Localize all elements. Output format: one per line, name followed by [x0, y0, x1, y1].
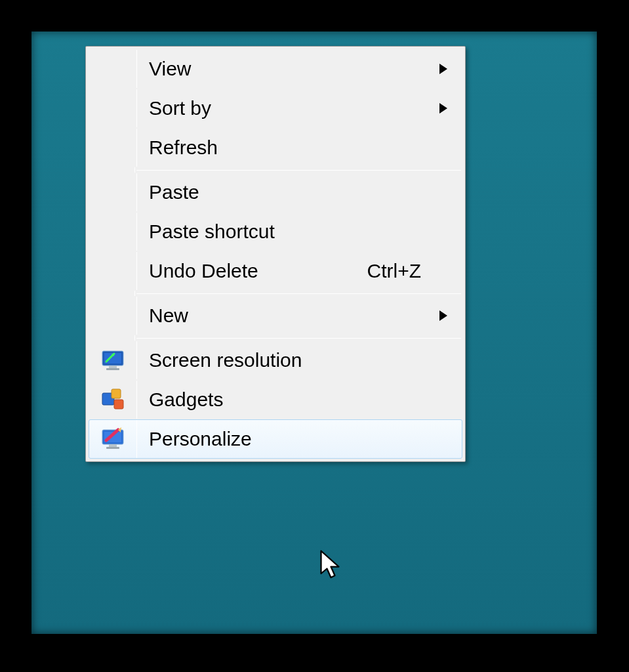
- menu-item-label: View: [137, 58, 439, 80]
- svg-rect-15: [106, 447, 119, 449]
- menu-item-label: Sort by: [137, 97, 439, 119]
- menu-item-label: Paste shortcut: [137, 220, 439, 243]
- menu-item-shortcut: Ctrl+Z: [367, 260, 440, 282]
- submenu-arrow-icon: [439, 103, 462, 114]
- menu-item-label: Gadgets: [137, 388, 439, 411]
- menu-item-label: Paste: [137, 181, 439, 203]
- menu-item-label: Refresh: [137, 136, 439, 159]
- menu-item-sort-by[interactable]: Sort by: [89, 89, 462, 128]
- menu-item-screen-resolution[interactable]: Screen resolution: [89, 341, 462, 380]
- menu-item-label: Undo Delete: [137, 260, 367, 282]
- menu-item-label: New: [137, 304, 439, 327]
- desktop-background[interactable]: View Sort by Refresh: [31, 32, 597, 634]
- menu-item-undo-delete[interactable]: Undo Delete Ctrl+Z: [89, 251, 462, 291]
- svg-marker-18: [321, 551, 339, 578]
- svg-marker-0: [439, 64, 447, 74]
- mouse-cursor-icon: [320, 550, 344, 584]
- submenu-arrow-icon: [439, 310, 462, 321]
- menu-item-new[interactable]: New: [89, 296, 462, 335]
- menu-separator: [87, 167, 464, 173]
- menu-item-refresh[interactable]: Refresh: [89, 128, 462, 167]
- personalize-icon: [89, 426, 136, 452]
- menu-item-paste-shortcut[interactable]: Paste shortcut: [89, 212, 462, 251]
- menu-item-personalize[interactable]: Personalize: [89, 419, 462, 459]
- menu-item-gadgets[interactable]: Gadgets: [89, 380, 462, 419]
- menu-item-view[interactable]: View: [89, 49, 462, 89]
- gadgets-icon: [89, 387, 136, 413]
- svg-rect-8: [106, 368, 119, 370]
- desktop-context-menu: View Sort by Refresh: [85, 46, 466, 462]
- menu-item-label: Screen resolution: [137, 349, 439, 371]
- svg-rect-7: [109, 366, 117, 368]
- menu-separator: [87, 291, 464, 296]
- menu-separator: [87, 335, 464, 341]
- svg-marker-2: [439, 310, 447, 321]
- menu-item-label: Personalize: [137, 428, 439, 450]
- svg-rect-14: [109, 444, 117, 447]
- screen-resolution-icon: [89, 347, 136, 373]
- submenu-arrow-icon: [439, 64, 462, 74]
- menu-item-paste[interactable]: Paste: [89, 173, 462, 212]
- svg-marker-1: [439, 103, 447, 114]
- svg-rect-10: [112, 389, 121, 398]
- svg-rect-11: [114, 400, 123, 409]
